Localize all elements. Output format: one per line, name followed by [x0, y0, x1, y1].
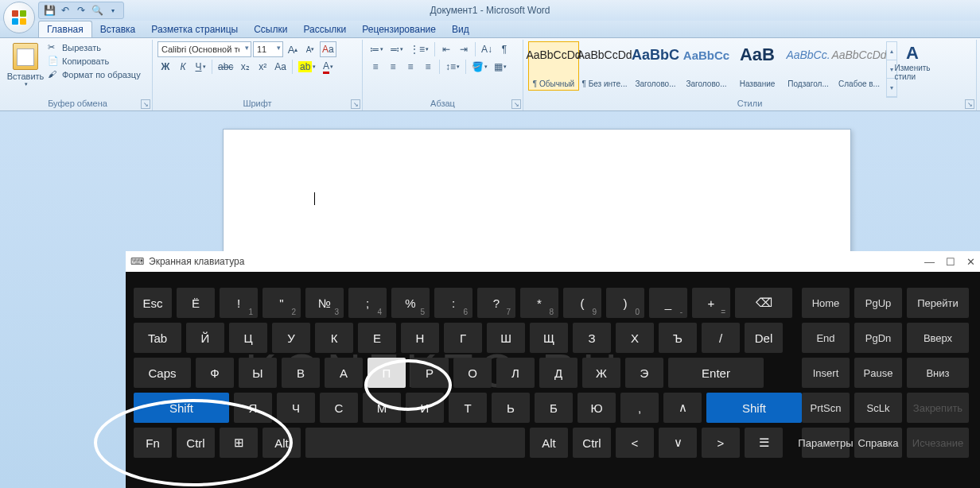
font-color-button[interactable]: A▾ — [320, 59, 336, 75]
key-![interactable]: !1 — [220, 288, 258, 318]
strikethrough-button[interactable]: abc — [216, 59, 235, 75]
key-Ь[interactable]: Ь — [492, 393, 530, 423]
key-Ы[interactable]: Ы — [239, 358, 277, 388]
key-/[interactable]: / — [702, 323, 740, 353]
key-Щ[interactable]: Щ — [530, 323, 568, 353]
key-Б[interactable]: Б — [535, 393, 573, 423]
underline-button[interactable]: Ч▾ — [192, 59, 208, 75]
bullets-button[interactable]: ≔▾ — [368, 41, 386, 57]
key-Н[interactable]: Н — [401, 323, 439, 353]
numbering-button[interactable]: ≕▾ — [387, 41, 406, 57]
style-item-5[interactable]: AaBbCc.Подзагол... — [783, 41, 834, 91]
key-;[interactable]: ;4 — [348, 288, 387, 318]
key-Ч[interactable]: Ч — [277, 393, 315, 423]
font-dialog-launcher[interactable]: ↘ — [351, 99, 360, 109]
key-:[interactable]: :6 — [434, 288, 472, 318]
key-З[interactable]: З — [573, 323, 611, 353]
print-preview-icon[interactable]: 🔍 — [90, 3, 104, 17]
sort-button[interactable]: A↓ — [479, 41, 495, 57]
nav-key-Pause[interactable]: Pause — [854, 358, 902, 388]
key-([interactable]: (9 — [563, 288, 601, 318]
style-item-3[interactable]: AaBbCcЗаголово... — [681, 41, 732, 91]
style-item-4[interactable]: AaBНазвание — [732, 41, 783, 91]
shading-button[interactable]: 🪣▾ — [469, 59, 490, 75]
key-О[interactable]: О — [453, 358, 492, 388]
key-space[interactable] — [305, 428, 525, 458]
nav-key-PrtScn[interactable]: PrtScn — [802, 393, 850, 423]
maximize-button[interactable]: ☐ — [946, 256, 955, 268]
tab-references[interactable]: Ссылки — [246, 21, 295, 37]
clear-formatting-button[interactable]: Aa — [320, 41, 336, 57]
key->[interactable]: > — [702, 428, 740, 458]
key-И[interactable]: И — [406, 393, 444, 423]
key-∨[interactable]: ∨ — [659, 428, 697, 458]
nav-key-Вниз[interactable]: Вниз — [907, 358, 969, 388]
key-Alt[interactable]: Alt — [262, 428, 301, 458]
line-spacing-button[interactable]: ↕≡▾ — [443, 59, 462, 75]
key-Й[interactable]: Й — [186, 323, 224, 353]
key-Fn[interactable]: Fn — [134, 428, 172, 458]
clipboard-dialog-launcher[interactable]: ↘ — [141, 99, 150, 109]
key-⊞[interactable]: ⊞ — [220, 428, 258, 458]
key-Caps[interactable]: Caps — [134, 358, 191, 388]
nav-key-Insert[interactable]: Insert — [802, 358, 850, 388]
key-П[interactable]: П — [368, 358, 406, 388]
key-К[interactable]: К — [315, 323, 353, 353]
decrease-indent-button[interactable]: ⇤ — [438, 41, 454, 57]
qat-more-icon[interactable]: ▾ — [106, 3, 120, 17]
nav-key-Закрепить[interactable]: Закрепить — [907, 393, 969, 423]
style-item-0[interactable]: AaBbCcDd¶ Обычный — [528, 41, 579, 91]
key-М[interactable]: М — [363, 393, 401, 423]
close-button[interactable]: ✕ — [966, 256, 975, 268]
key-Е[interactable]: Е — [358, 323, 396, 353]
key-Л[interactable]: Л — [496, 358, 535, 388]
key-Ё[interactable]: Ё — [177, 288, 215, 318]
key-⌫[interactable]: ⌫ — [735, 288, 792, 318]
tab-page-layout[interactable]: Разметка страницы — [143, 21, 246, 37]
key-Tab[interactable]: Tab — [134, 323, 181, 353]
nav-key-End[interactable]: End — [802, 323, 850, 353]
key-Т[interactable]: Т — [449, 393, 487, 423]
nav-key-PgDn[interactable]: PgDn — [854, 323, 902, 353]
key-?[interactable]: ?7 — [477, 288, 515, 318]
justify-button[interactable]: ≡ — [420, 59, 436, 75]
nav-key-Home[interactable]: Home — [802, 288, 850, 318]
font-family-select[interactable] — [158, 41, 251, 57]
tab-review[interactable]: Рецензирование — [354, 21, 444, 37]
key-Р[interactable]: Р — [410, 358, 449, 388]
copy-button[interactable]: 📄Копировать — [46, 55, 142, 68]
tab-view[interactable]: Вид — [444, 21, 477, 37]
key-Ctrl[interactable]: Ctrl — [177, 428, 215, 458]
key-Д[interactable]: Д — [539, 358, 578, 388]
align-left-button[interactable]: ≡ — [368, 59, 383, 75]
key-Ф[interactable]: Ф — [196, 358, 234, 388]
align-center-button[interactable]: ≡ — [385, 59, 401, 75]
tab-insert[interactable]: Вставка — [92, 21, 144, 37]
key-Ц[interactable]: Ц — [229, 323, 267, 353]
key-☰[interactable]: ☰ — [745, 428, 783, 458]
undo-icon[interactable]: ↶ — [58, 3, 72, 17]
superscript-button[interactable]: x² — [255, 59, 270, 75]
key-Я[interactable]: Я — [234, 393, 272, 423]
show-marks-button[interactable]: ¶ — [496, 41, 512, 57]
format-painter-button[interactable]: 🖌Формат по образцу — [46, 68, 142, 81]
key-Esc[interactable]: Esc — [134, 288, 172, 318]
office-button[interactable] — [3, 2, 35, 33]
increase-indent-button[interactable]: ⇥ — [456, 41, 472, 57]
key-Г[interactable]: Г — [444, 323, 482, 353]
shrink-font-button[interactable]: A▾ — [302, 41, 318, 57]
key-Ю[interactable]: Ю — [578, 393, 616, 423]
key-Ъ[interactable]: Ъ — [659, 323, 697, 353]
nav-key-Исчезание[interactable]: Исчезание — [907, 428, 969, 458]
key-Э[interactable]: Э — [625, 358, 663, 388]
key-Shift[interactable]: Shift — [134, 393, 229, 423]
key-_[interactable]: _- — [649, 288, 687, 318]
key-Alt[interactable]: Alt — [530, 428, 568, 458]
key-Ш[interactable]: Ш — [487, 323, 525, 353]
change-styles-button[interactable]: AИзменитьстили — [900, 41, 924, 98]
nav-key-Параметры[interactable]: Параметры — [802, 428, 850, 458]
change-case-button[interactable]: Aa — [272, 59, 289, 75]
nav-key-Вверх[interactable]: Вверх — [907, 323, 969, 353]
save-icon[interactable]: 💾 — [42, 3, 56, 17]
key-№[interactable]: №3 — [305, 288, 344, 318]
